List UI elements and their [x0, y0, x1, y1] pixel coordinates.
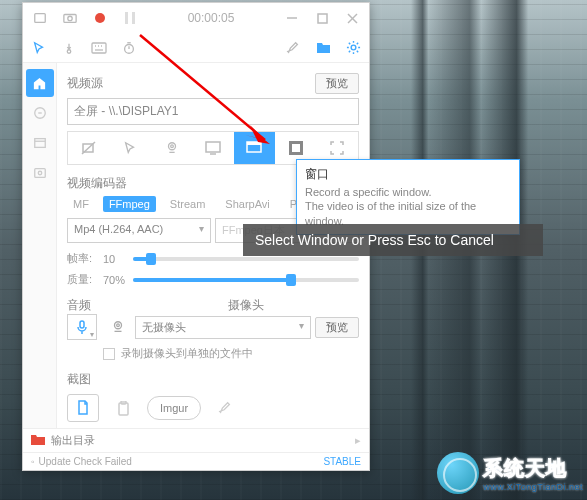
ss-clipboard-button[interactable] [107, 394, 139, 422]
camera-select[interactable]: 无摄像头 [135, 316, 311, 339]
timer: 00:00:05 [147, 11, 275, 25]
svg-rect-22 [34, 139, 45, 148]
ss-save-button[interactable] [67, 394, 99, 422]
maximize-button[interactable] [309, 5, 335, 31]
close-button[interactable] [339, 5, 365, 31]
webcam-icon[interactable] [105, 315, 131, 339]
svg-rect-35 [292, 144, 300, 152]
overlay-message: Select Window or Press Esc to Cancel [243, 224, 543, 256]
quality-label: 质量: [67, 272, 97, 287]
cursor-icon[interactable] [31, 40, 47, 56]
camera-separate-checkbox[interactable] [103, 348, 115, 360]
svg-point-3 [95, 13, 105, 23]
tooltip-line1: Record a specific window. [305, 185, 511, 199]
capture-webcam[interactable] [151, 132, 192, 164]
sidebar [23, 63, 57, 428]
capture-cursor[interactable] [109, 132, 150, 164]
enc-tab-sharpavi[interactable]: SharpAvi [219, 196, 275, 212]
sidebar-home[interactable] [26, 69, 54, 97]
watermark-logo-icon [437, 452, 479, 494]
keyboard-icon[interactable] [91, 40, 107, 56]
camera-title: 摄像头 [228, 297, 359, 314]
output-folder-icon[interactable] [31, 434, 45, 448]
statusbar: ◦ Update Check Failed STABLE [23, 452, 369, 470]
mic-button[interactable] [67, 314, 97, 340]
svg-point-37 [115, 322, 122, 329]
enc-tab-stream[interactable]: Stream [164, 196, 211, 212]
framerate-slider[interactable] [133, 257, 359, 261]
svg-point-38 [117, 324, 120, 327]
click-icon[interactable] [61, 40, 77, 56]
output-label: 输出目录 [51, 433, 349, 448]
screenshot-title: 截图 [67, 371, 359, 388]
sidebar-item-4[interactable] [26, 159, 54, 187]
framerate-value: 10 [103, 253, 127, 265]
svg-rect-39 [119, 403, 128, 415]
quality-row: 质量: 70% [67, 272, 359, 287]
audio-title: 音频 [67, 297, 198, 314]
svg-point-28 [168, 143, 175, 150]
framerate-label: 帧率: [67, 251, 97, 266]
watermark: 系统天地 www.XiTongTianDi.net [437, 452, 583, 494]
preview-button[interactable]: 预览 [315, 73, 359, 94]
ss-edit-button[interactable] [209, 394, 241, 422]
svg-point-19 [351, 45, 356, 50]
display-select[interactable]: 全屏 - \\.\DISPLAY1 [67, 98, 359, 125]
svg-rect-4 [125, 12, 128, 24]
format-select[interactable]: Mp4 (H.264, AAC) [67, 218, 211, 243]
svg-rect-30 [206, 142, 220, 152]
svg-point-29 [170, 145, 173, 148]
timer-icon[interactable] [121, 40, 137, 56]
svg-rect-24 [34, 169, 45, 178]
brush-icon[interactable] [285, 40, 301, 56]
capture-off[interactable] [68, 132, 109, 164]
quality-value: 70% [103, 274, 127, 286]
folder-icon[interactable] [315, 40, 331, 56]
tooltip-title: 窗口 [305, 166, 511, 183]
sidebar-item-3[interactable] [26, 129, 54, 157]
output-chevron-icon[interactable]: ▸ [355, 434, 361, 447]
svg-rect-36 [80, 321, 84, 328]
quality-slider[interactable] [133, 278, 359, 282]
watermark-title: 系统天地 [483, 455, 583, 482]
footer: 输出目录 ▸ [23, 428, 369, 452]
svg-rect-11 [92, 43, 106, 53]
gear-icon[interactable] [345, 40, 361, 56]
screenshot-button[interactable] [27, 5, 53, 31]
status-bullet-icon: ◦ [31, 456, 35, 467]
capture-window[interactable] [234, 132, 275, 164]
svg-rect-0 [35, 14, 46, 23]
minimize-button[interactable] [279, 5, 305, 31]
svg-point-2 [68, 16, 72, 20]
sidebar-item-2[interactable] [26, 99, 54, 127]
toolbar [23, 33, 369, 63]
titlebar: 00:00:05 [23, 3, 369, 33]
svg-rect-33 [247, 142, 261, 145]
imgur-button[interactable]: Imgur [147, 396, 201, 420]
channel-label: STABLE [323, 456, 361, 467]
pause-button[interactable] [117, 5, 143, 31]
capture-screen[interactable] [192, 132, 233, 164]
enc-tab-ffmpeg[interactable]: FFmpeg [103, 196, 156, 212]
watermark-url: www.XiTongTianDi.net [483, 482, 583, 492]
svg-point-10 [67, 49, 71, 53]
svg-point-25 [38, 171, 42, 175]
camera-button[interactable] [57, 5, 83, 31]
camera-checkbox-label: 录制摄像头到单独的文件中 [121, 346, 253, 361]
status-message: Update Check Failed [39, 456, 324, 467]
enc-tab-mf[interactable]: MF [67, 196, 95, 212]
camera-preview-button[interactable]: 预览 [315, 317, 359, 338]
record-button[interactable] [87, 5, 113, 31]
svg-rect-5 [132, 12, 135, 24]
video-source-title: 视频源 [67, 75, 315, 92]
svg-rect-7 [318, 14, 327, 23]
